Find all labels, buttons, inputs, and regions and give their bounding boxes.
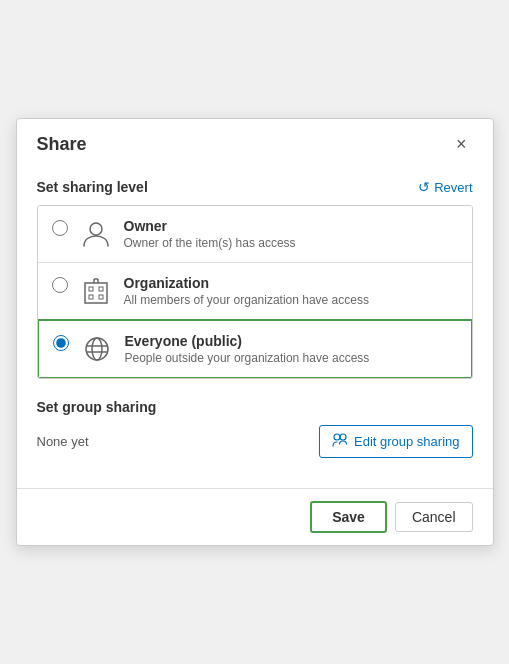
save-button[interactable]: Save bbox=[310, 501, 387, 533]
everyone-radio[interactable] bbox=[53, 335, 69, 351]
organization-content: Organization All members of your organiz… bbox=[124, 275, 458, 307]
group-section-body: None yet Edit group sharing bbox=[37, 425, 473, 458]
organization-radio-wrapper[interactable] bbox=[52, 277, 68, 297]
svg-rect-4 bbox=[89, 295, 93, 299]
sharing-options-list: Owner Owner of the item(s) has access bbox=[37, 205, 473, 379]
owner-content: Owner Owner of the item(s) has access bbox=[124, 218, 458, 250]
everyone-label: Everyone (public) bbox=[125, 333, 457, 349]
revert-button[interactable]: ↺ Revert bbox=[418, 179, 472, 195]
group-section-title: Set group sharing bbox=[37, 399, 473, 415]
svg-point-13 bbox=[334, 434, 340, 440]
everyone-radio-wrapper[interactable] bbox=[53, 335, 69, 355]
owner-option[interactable]: Owner Owner of the item(s) has access bbox=[38, 206, 472, 263]
none-yet-label: None yet bbox=[37, 434, 89, 449]
group-sharing-section: Set group sharing None yet Edit group sh… bbox=[37, 399, 473, 458]
organization-desc: All members of your organization have ac… bbox=[124, 293, 458, 307]
everyone-desc: People outside your organization have ac… bbox=[125, 351, 457, 365]
edit-group-icon bbox=[332, 432, 348, 451]
globe-icon bbox=[79, 333, 115, 365]
organization-option[interactable]: Organization All members of your organiz… bbox=[38, 263, 472, 320]
dialog-header: Share × bbox=[17, 119, 493, 165]
close-button[interactable]: × bbox=[450, 133, 473, 155]
revert-label: Revert bbox=[434, 180, 472, 195]
owner-desc: Owner of the item(s) has access bbox=[124, 236, 458, 250]
share-dialog: Share × Set sharing level ↺ Revert bbox=[16, 118, 494, 546]
organization-label: Organization bbox=[124, 275, 458, 291]
svg-point-9 bbox=[86, 338, 108, 360]
cancel-button[interactable]: Cancel bbox=[395, 502, 473, 532]
organization-radio[interactable] bbox=[52, 277, 68, 293]
edit-group-label: Edit group sharing bbox=[354, 434, 460, 449]
owner-radio[interactable] bbox=[52, 220, 68, 236]
owner-radio-wrapper[interactable] bbox=[52, 220, 68, 240]
person-icon bbox=[78, 218, 114, 250]
edit-group-sharing-button[interactable]: Edit group sharing bbox=[319, 425, 473, 458]
owner-label: Owner bbox=[124, 218, 458, 234]
dialog-footer: Save Cancel bbox=[17, 488, 493, 545]
sharing-level-title: Set sharing level bbox=[37, 179, 148, 195]
svg-point-10 bbox=[92, 338, 102, 360]
svg-rect-5 bbox=[99, 295, 103, 299]
revert-icon: ↺ bbox=[418, 179, 430, 195]
dialog-body: Set sharing level ↺ Revert bbox=[17, 165, 493, 478]
sharing-level-header: Set sharing level ↺ Revert bbox=[37, 179, 473, 195]
everyone-option[interactable]: Everyone (public) People outside your or… bbox=[37, 319, 473, 379]
building-icon bbox=[78, 275, 114, 307]
dialog-title: Share bbox=[37, 134, 87, 155]
svg-rect-3 bbox=[99, 287, 103, 291]
svg-rect-2 bbox=[89, 287, 93, 291]
svg-rect-1 bbox=[85, 283, 107, 303]
svg-point-14 bbox=[340, 434, 346, 440]
everyone-content: Everyone (public) People outside your or… bbox=[125, 333, 457, 365]
svg-point-0 bbox=[90, 223, 102, 235]
